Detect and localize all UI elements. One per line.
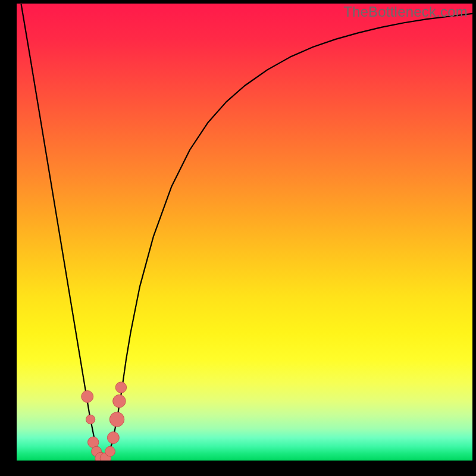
curve-marker	[109, 412, 124, 427]
plot-area	[17, 4, 472, 461]
curve-marker	[82, 391, 93, 403]
curve-marker	[88, 437, 99, 447]
curve-layer	[17, 4, 472, 461]
curve-marker	[115, 382, 126, 393]
curve-marker	[113, 394, 126, 407]
curve-markers	[82, 382, 127, 461]
chart-frame: TheBottleneck.com	[0, 0, 476, 476]
curve-marker	[86, 415, 95, 424]
curve-marker	[107, 432, 119, 444]
curve-marker	[105, 446, 115, 456]
